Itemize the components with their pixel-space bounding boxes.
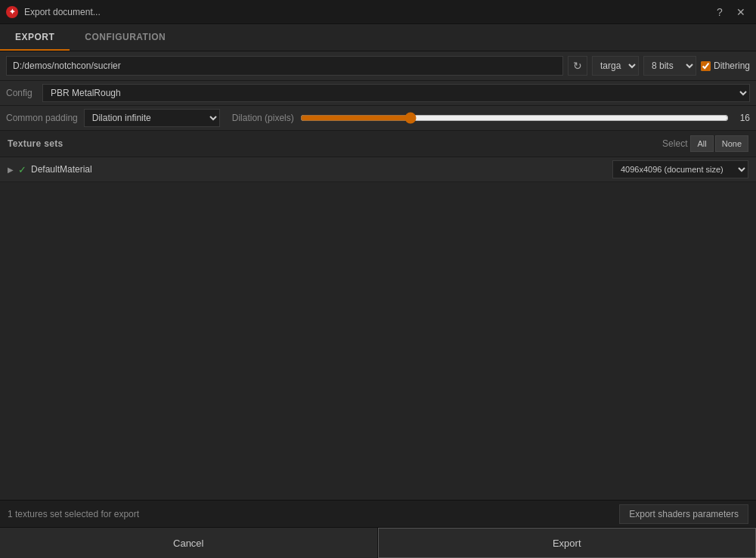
refresh-icon: ↻ <box>573 60 582 72</box>
toolbar-row: ↻ targa png jpeg psd tiff bmp hdr exr 8 … <box>0 51 756 81</box>
dithering-checkbox[interactable] <box>701 61 711 71</box>
main-content: ↻ targa png jpeg psd tiff bmp hdr exr 8 … <box>0 51 756 558</box>
texture-sets-section: Texture sets Select All None ▶ ✓ Default… <box>0 131 756 500</box>
list-item[interactable]: ▶ ✓ DefaultMaterial 256x256 512x512 1024… <box>0 157 756 182</box>
bottom-bar: 1 textures set selected for export Expor… <box>0 500 756 527</box>
check-icon: ✓ <box>18 164 26 175</box>
status-text: 1 textures set selected for export <box>8 509 619 519</box>
action-buttons: Cancel Export <box>0 527 756 558</box>
config-label: Config <box>6 88 36 98</box>
path-input[interactable] <box>6 56 563 76</box>
padding-select[interactable]: Dilation infinite Dilation Transparent S… <box>84 109 220 127</box>
config-select[interactable]: PBR MetalRough PBR SpecGloss Unreal Engi… <box>42 84 750 102</box>
config-row: Config PBR MetalRough PBR SpecGloss Unre… <box>0 81 756 106</box>
texture-name: DefaultMaterial <box>31 164 612 175</box>
dithering-label: Dithering <box>714 60 750 71</box>
dithering-checkbox-label[interactable]: Dithering <box>701 60 750 71</box>
tab-configuration[interactable]: CONFIGURATION <box>70 24 181 51</box>
dilation-slider[interactable] <box>300 112 729 124</box>
window-title: Export document... <box>24 7 711 17</box>
tab-export[interactable]: EXPORT <box>0 24 70 51</box>
select-all-button[interactable]: All <box>690 135 713 152</box>
bits-select[interactable]: 8 bits 16 bits 32 bits <box>643 56 696 76</box>
size-select[interactable]: 256x256 512x512 1024x1024 2048x2048 4096… <box>612 160 748 178</box>
texture-sets-title: Texture sets <box>8 138 662 149</box>
padding-label: Common padding <box>6 113 78 123</box>
select-label: Select <box>662 138 687 149</box>
window-controls: ? ✕ <box>711 3 750 21</box>
expand-button[interactable]: ▶ <box>8 166 14 174</box>
refresh-button[interactable]: ↻ <box>568 56 587 76</box>
export-button[interactable]: Export <box>378 528 757 558</box>
texture-list: ▶ ✓ DefaultMaterial 256x256 512x512 1024… <box>0 157 756 329</box>
format-select[interactable]: targa png jpeg psd tiff bmp hdr exr <box>592 56 639 76</box>
dilation-label: Dilation (pixels) <box>232 113 294 123</box>
close-button[interactable]: ✕ <box>732 3 750 21</box>
tab-bar: EXPORT CONFIGURATION <box>0 24 756 51</box>
cancel-button[interactable]: Cancel <box>0 528 378 558</box>
spacer-area <box>0 329 756 501</box>
texture-sets-header: Texture sets Select All None <box>0 131 756 157</box>
select-none-button[interactable]: None <box>715 135 748 152</box>
help-button[interactable]: ? <box>711 3 729 21</box>
app-icon: ✦ <box>6 6 18 18</box>
title-bar: ✦ Export document... ? ✕ <box>0 0 756 24</box>
dilation-value: 16 <box>735 113 750 123</box>
padding-row: Common padding Dilation infinite Dilatio… <box>0 106 756 131</box>
export-shaders-button[interactable]: Export shaders parameters <box>619 504 748 524</box>
